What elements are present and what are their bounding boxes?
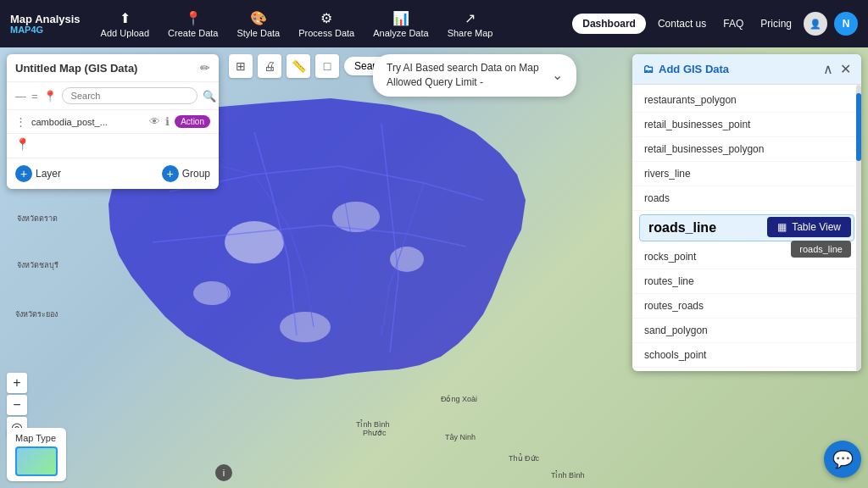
faq-link[interactable]: FAQ: [718, 14, 748, 33]
add-group-circle-icon[interactable]: +: [162, 165, 179, 182]
map-label-thu-duc: Thủ Đức: [509, 454, 539, 463]
main-area: จังหวัดสระแก้ว จังหวัดตราด จังหวัดชลบุรี…: [0, 47, 868, 488]
map-label-tinh-binh2: Tỉnh Bình: [551, 471, 585, 480]
layer-item: ⋮ cambodia_post_... 👁 ℹ Action: [7, 110, 219, 134]
ai-tooltip-text: Try AI Based search Data on Map Allowed …: [387, 61, 545, 90]
map-label-thai3: จังหวัดชลบุรี: [17, 259, 58, 271]
right-gis-panel: 🗂 Add GIS Data ∧ ✕ restaurants_polygonre…: [632, 54, 861, 371]
map-label-thai2: จังหวัดตราด: [17, 213, 58, 225]
add-layer-circle-icon[interactable]: +: [15, 165, 32, 182]
action-badge[interactable]: Action: [175, 115, 210, 128]
toolbar-search-icon[interactable]: 🔍: [203, 90, 216, 103]
pricing-link[interactable]: Pricing: [755, 14, 797, 33]
contact-link[interactable]: Contact us: [653, 14, 711, 33]
gis-list-item[interactable]: routes_roads: [632, 294, 861, 319]
nav-analyze-data[interactable]: 📊 Analyze Data: [366, 7, 435, 42]
layer-label: Layer: [36, 168, 61, 180]
svg-point-0: [225, 221, 284, 263]
layer-search-input[interactable]: [62, 87, 198, 104]
topbar: Map Analysis MAP4G ⬆ Add Upload 📍 Create…: [0, 0, 868, 47]
layer-item-text: cambodia_post_...: [31, 117, 144, 127]
dashboard-button[interactable]: Dashboard: [572, 14, 646, 34]
nav-create-data[interactable]: 📍 Create Data: [161, 7, 225, 42]
nav-add-upload[interactable]: ⬆ Add Upload: [94, 7, 157, 42]
nav-share-map[interactable]: ↗ Share Map: [441, 7, 500, 42]
location-pin-icon: 📍: [15, 137, 30, 151]
nav-process-data[interactable]: ⚙ Process Data: [292, 7, 361, 42]
table-view-label: Table View: [792, 221, 841, 233]
map-type-thumbnail[interactable]: [15, 446, 58, 476]
right-panel-scrollbar[interactable]: [856, 85, 861, 371]
location-row: 📍: [7, 134, 219, 158]
gis-list-item[interactable]: roads: [632, 186, 861, 211]
map-type-label: Map Type: [15, 433, 58, 443]
svg-point-3: [193, 281, 231, 305]
context-menu: ▦ Table View roads_line: [767, 217, 851, 258]
map-label-tay-ninh: Tây Ninh: [445, 433, 476, 441]
gis-list-item[interactable]: schools_point: [632, 343, 861, 368]
nav-share-map-label: Share Map: [448, 28, 493, 38]
nav-create-data-label: Create Data: [168, 28, 218, 38]
info-icon[interactable]: i: [215, 464, 232, 481]
map-title: Untitled Map (GIS Data): [15, 62, 195, 75]
panel-close-icon[interactable]: ✕: [840, 61, 851, 77]
nav-analyze-data-label: Analyze Data: [373, 28, 428, 38]
map-label-phuoc: Phước: [363, 429, 387, 437]
gear-icon: ⚙: [320, 10, 332, 26]
layer-drag-icon[interactable]: ⋮: [15, 115, 26, 128]
left-panel-toolbar: — = 📍 🔍: [7, 82, 219, 110]
gis-list-item[interactable]: restaurants_polygon: [632, 88, 861, 113]
map-label-tinh-binh: Tỉnh Bình: [356, 420, 390, 429]
nav-style-data[interactable]: 🎨 Style Data: [230, 7, 287, 42]
left-panel-header: Untitled Map (GIS Data) ✏: [7, 54, 219, 82]
table-view-button[interactable]: ▦ Table View: [767, 217, 851, 237]
left-panel: Untitled Map (GIS Data) ✏ — = 📍 🔍 ⋮ camb…: [7, 54, 219, 189]
logo-area: Map Analysis MAP4G: [10, 14, 81, 35]
logo-title: Map Analysis: [10, 14, 81, 25]
nav-process-data-label: Process Data: [298, 28, 354, 38]
group-label: Group: [182, 168, 210, 180]
bookmark-button[interactable]: □: [315, 54, 339, 78]
zoom-extent-button[interactable]: ⊞: [229, 54, 253, 78]
topbar-right: Dashboard Contact us FAQ Pricing 👤 N: [572, 12, 858, 36]
zoom-out-button[interactable]: −: [7, 395, 27, 415]
gis-list-item[interactable]: retail_businesses_point: [632, 113, 861, 137]
svg-point-4: [280, 312, 331, 342]
measure-button[interactable]: 📏: [287, 54, 310, 78]
panel-minimize-icon[interactable]: ∧: [823, 61, 833, 77]
print-button[interactable]: 🖨: [258, 54, 281, 78]
right-panel-title-text: Add GIS Data: [659, 63, 729, 75]
toolbar-minus-icon[interactable]: —: [15, 90, 26, 103]
gis-icon: 🗂: [643, 63, 654, 75]
left-panel-footer: + Layer + Group: [7, 158, 219, 189]
upload-icon: ⬆: [120, 10, 131, 26]
logo-sub: MAP4G: [10, 25, 43, 35]
toolbar-pin-icon[interactable]: 📍: [43, 90, 57, 103]
map-type-box[interactable]: Map Type: [7, 428, 66, 481]
chat-bubble-button[interactable]: 💬: [824, 441, 861, 478]
right-panel-controls: ∧ ✕: [823, 61, 851, 77]
zoom-in-button[interactable]: +: [7, 373, 27, 393]
edit-icon[interactable]: ✏: [200, 61, 210, 75]
palette-icon: 🎨: [250, 10, 267, 26]
nav-style-data-label: Style Data: [236, 28, 280, 38]
toolbar-equal-icon[interactable]: =: [31, 90, 38, 103]
avatar-secondary: 👤: [804, 12, 827, 36]
gis-list-item[interactable]: routes_line: [632, 269, 861, 294]
chart-icon: 📊: [392, 10, 409, 26]
user-avatar[interactable]: N: [834, 12, 858, 36]
map-label-thai4: จังหวัดระยอง: [15, 308, 58, 320]
gis-list-item[interactable]: rivers_line: [632, 162, 861, 186]
scrollbar-thumb[interactable]: [856, 93, 861, 161]
roads-line-tooltip: roads_line: [791, 241, 851, 258]
layer-info-icon[interactable]: ℹ: [165, 115, 170, 128]
add-layer-button[interactable]: + Layer: [15, 165, 61, 182]
gis-list-item[interactable]: sand_polygon: [632, 319, 861, 343]
nav-add-upload-label: Add Upload: [101, 28, 150, 38]
add-group-button[interactable]: + Group: [162, 165, 210, 182]
ai-tooltip-bar[interactable]: Try AI Based search Data on Map Allowed …: [373, 54, 576, 97]
ai-dropdown-icon[interactable]: ⌄: [552, 67, 563, 83]
layer-visibility-icon[interactable]: 👁: [149, 115, 160, 128]
gis-list-item[interactable]: retail_businesses_polygon: [632, 137, 861, 162]
share-icon: ↗: [465, 10, 476, 26]
